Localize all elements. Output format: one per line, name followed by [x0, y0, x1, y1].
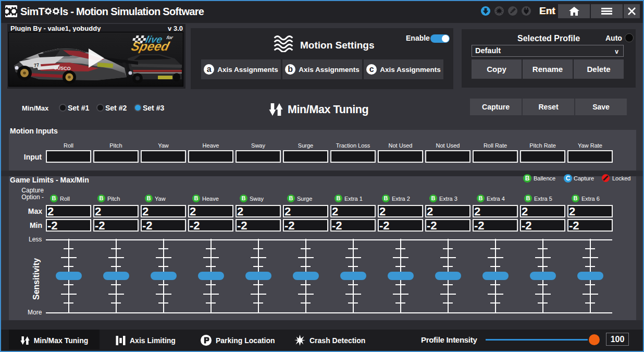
svg-text:Speed: Speed	[130, 39, 171, 53]
svg-text:77: 77	[33, 62, 39, 68]
svg-text:CUSCO: CUSCO	[54, 65, 71, 71]
